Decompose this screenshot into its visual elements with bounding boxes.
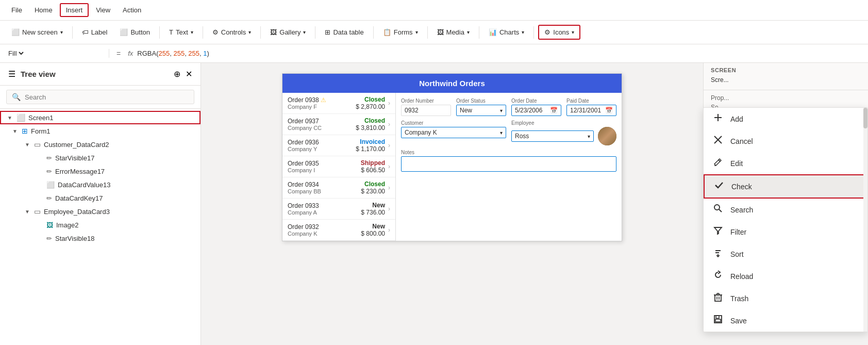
icon-filter-item[interactable]: Filter (704, 221, 867, 243)
new-screen-button[interactable]: ⬜ New screen ▾ (6, 26, 68, 39)
layers-icon[interactable]: ⊕ (174, 69, 180, 79)
data-table-button[interactable]: ⊞ Data table (320, 26, 369, 39)
status-chevron-icon: ▾ (500, 108, 503, 113)
order-list-item[interactable]: Order 0936 Company Y Invoiced $ 1,170.00… (282, 135, 395, 156)
sidebar-title: Tree view (21, 70, 56, 78)
employee-avatar (598, 127, 616, 145)
order-info: Order 0932 Company K (288, 223, 361, 237)
datacardkey17-label: DataCardKey17 (55, 194, 103, 202)
order-status: New (361, 202, 385, 209)
tree-item-starvisible18[interactable]: ✏ StarVisible18 (0, 232, 201, 245)
tree-item-starvisible17[interactable]: ✏ StarVisible17 (0, 151, 201, 165)
icons-button[interactable]: ⚙ Icons ▾ (538, 25, 580, 40)
charts-button[interactable]: 📊 Charts ▾ (483, 26, 529, 39)
hamburger-icon[interactable]: ☰ (8, 69, 15, 79)
order-id: Order 0934 (288, 181, 361, 188)
forms-button[interactable]: 📋 Forms ▾ (378, 26, 423, 39)
label-button[interactable]: 🏷 Label (77, 26, 113, 39)
icon-edit-item[interactable]: Edit (704, 152, 867, 174)
order-company: Company Y (288, 146, 356, 152)
icon-cancel-item[interactable]: Cancel (704, 130, 867, 152)
icon-add-item[interactable]: Add (704, 108, 867, 130)
paid-date-select[interactable]: 12/31/2001 📅 (566, 105, 616, 116)
order-list-item[interactable]: Order 0938 ⚠ Company F Closed $ 2,870.00… (282, 93, 395, 114)
northwind-split: Order 0938 ⚠ Company F Closed $ 2,870.00… (282, 93, 622, 241)
order-amount: $ 2,870.00 (356, 103, 385, 110)
tree-item-screen1[interactable]: ▼ ⬜ Screen1 (0, 111, 201, 124)
warning-icon: ⚠ (321, 96, 326, 104)
icon-save-item[interactable]: Save (704, 309, 867, 332)
order-list-item[interactable]: Order 0932 Company K New $ 800.00 › (282, 220, 395, 241)
sort-icon (712, 248, 724, 260)
order-info: Order 0934 Company BB (288, 181, 361, 194)
new-screen-icon: ⬜ (11, 28, 20, 36)
icon-sort-item[interactable]: Sort (704, 243, 867, 265)
order-status: Shipped (361, 159, 385, 167)
menu-home[interactable]: Home (29, 4, 58, 16)
order-list-item[interactable]: Order 0935 Company I Shipped $ 606.50 › (282, 156, 395, 177)
svg-line-6 (719, 209, 722, 212)
datacard-icon: ▭ (34, 140, 41, 149)
property-dropdown[interactable]: Fill (6, 49, 25, 58)
paid-date-label: Paid Date (566, 98, 616, 104)
toolbar-sep-2 (159, 26, 160, 39)
tree-item-datacardvalue13[interactable]: ⬜ DataCardValue13 (0, 178, 201, 191)
icon-search-item[interactable]: Search (704, 199, 867, 221)
formula-equals: = (113, 50, 124, 58)
order-date-select[interactable]: 5/23/2006 📅 (511, 105, 561, 116)
order-list-item[interactable]: Order 0937 Company CC Closed $ 3,810.00 … (282, 114, 395, 135)
order-amount: $ 1,170.00 (356, 145, 385, 153)
order-chevron-icon: › (388, 121, 390, 128)
order-number-value[interactable]: 0932 (401, 105, 451, 116)
search-input[interactable] (25, 93, 189, 101)
formula-fx[interactable]: fx (128, 50, 133, 57)
tree-item-datacardkey17[interactable]: ✏ DataCardKey17 (0, 191, 201, 205)
order-list-item[interactable]: Order 0933 Company A New $ 736.00 › (282, 199, 395, 220)
save-icon (712, 315, 724, 326)
order-status: Invoiced (356, 138, 385, 145)
order-company: Company BB (288, 188, 361, 194)
close-icon[interactable]: ✕ (186, 69, 192, 79)
employee-select[interactable]: Ross ▾ (511, 130, 594, 142)
notes-input[interactable] (401, 156, 616, 172)
order-company: Company I (288, 167, 361, 173)
text-button[interactable]: T Text ▾ (164, 26, 198, 39)
order-list-item[interactable]: Order 0934 Company BB Closed $ 230.00 › (282, 177, 395, 199)
customer-select[interactable]: Company K ▾ (401, 127, 506, 138)
order-status-select[interactable]: New ▾ (456, 105, 506, 116)
sidebar: ☰ Tree view ⊕ ✕ 🔍 ▼ ⬜ Screen1 ▼ (0, 63, 201, 345)
menu-action[interactable]: Action (118, 4, 146, 16)
order-company: Company F (288, 104, 356, 110)
employee-avatar-img (598, 127, 616, 145)
icon-check-item[interactable]: Check (704, 174, 867, 199)
menu-file[interactable]: File (6, 4, 27, 16)
order-amount: $ 606.50 (361, 167, 385, 174)
tree-item-image2[interactable]: 🖼 Image2 (0, 218, 201, 232)
tree-item-errormessage17[interactable]: ✏ ErrorMessage17 (0, 165, 201, 178)
order-id: Order 0935 (288, 160, 361, 167)
order-list: Order 0938 ⚠ Company F Closed $ 2,870.00… (282, 93, 396, 241)
order-id: Order 0933 (288, 202, 361, 209)
toolbar-sep-4 (260, 26, 261, 39)
tree-item-employee-datacard3[interactable]: ▼ ▭ Employee_DataCard3 (0, 205, 201, 218)
controls-button[interactable]: ⚙ Controls ▾ (207, 26, 256, 39)
tree-content: ▼ ⬜ Screen1 ▼ ⊞ Form1 ▼ ▭ Customer_DataC… (0, 109, 201, 345)
form-row-2: Customer Company K ▾ Employee Ross (401, 120, 616, 145)
starvisible17-label: StarVisible17 (55, 154, 94, 162)
icon-reload-item[interactable]: Reload (704, 265, 867, 287)
new-screen-chevron-icon: ▾ (60, 29, 63, 35)
menu-view[interactable]: View (91, 4, 115, 16)
controls-chevron-icon: ▾ (248, 29, 251, 35)
icons-icon: ⚙ (544, 28, 550, 36)
media-button[interactable]: 🖼 Media ▾ (432, 26, 475, 39)
icon-trash-item[interactable]: Trash (704, 287, 867, 309)
tree-item-form1[interactable]: ▼ ⊞ Form1 (0, 124, 201, 138)
employee-label: Employee (511, 120, 616, 126)
date-calendar-icon: 📅 (550, 107, 558, 114)
button-button[interactable]: ⬜ Button (114, 26, 155, 39)
gallery-button[interactable]: 🖼 Gallery ▾ (265, 26, 311, 39)
forms-icon: 📋 (383, 28, 391, 36)
menu-insert[interactable]: Insert (60, 3, 89, 17)
dropdown-scrollbar[interactable] (863, 108, 867, 332)
tree-item-customer-datacard2[interactable]: ▼ ▭ Customer_DataCard2 (0, 138, 201, 151)
